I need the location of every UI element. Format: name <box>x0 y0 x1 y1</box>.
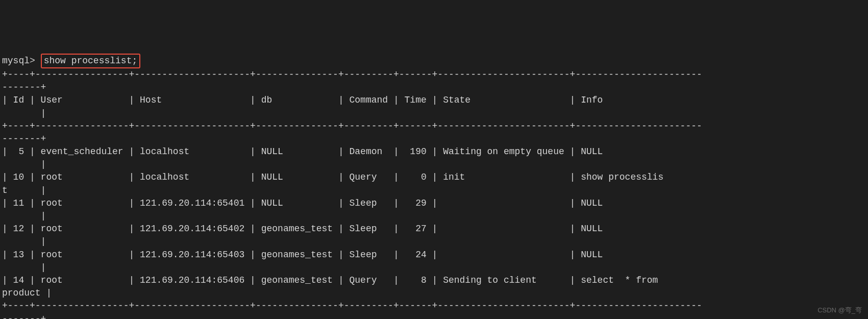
sql-command: show processlist; <box>44 56 138 66</box>
table-ruler-bottom: +----+-----------------+----------------… <box>2 301 702 319</box>
table-ruler-mid: +----+-----------------+----------------… <box>2 121 702 144</box>
table-row: | 13 | root | 121.69.20.114:65403 | geon… <box>2 250 702 273</box>
table-row: | 14 | root | 121.69.20.114:65406 | geon… <box>2 275 663 298</box>
table-row: | 5 | event_scheduler | localhost | NULL… <box>2 146 702 169</box>
watermark-text: CSDN @弯_弯 <box>817 306 862 315</box>
command-highlight: show processlist; <box>41 54 141 68</box>
mysql-prompt: mysql> <box>2 56 35 66</box>
table-row: | 11 | root | 121.69.20.114:65401 | NULL… <box>2 198 702 221</box>
table-row: | 10 | root | localhost | NULL | Query |… <box>2 172 663 195</box>
table-row: | 12 | root | 121.69.20.114:65402 | geon… <box>2 224 702 247</box>
table-header-row: | Id | User | Host | db | Command | Time… <box>2 95 702 118</box>
table-ruler-top: +----+-----------------+----------------… <box>2 69 702 92</box>
